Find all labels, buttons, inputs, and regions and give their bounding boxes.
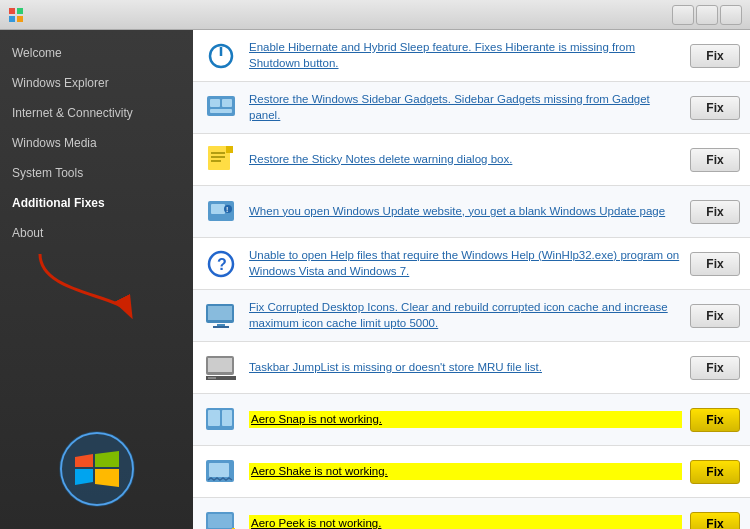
fix-button-1[interactable]: Fix bbox=[690, 96, 740, 120]
fix-item-0: Enable Hibernate and Hybrid Sleep featur… bbox=[193, 30, 750, 82]
title-bar-left bbox=[8, 7, 30, 23]
fix-item-9: Aero Peek is not working.Fix bbox=[193, 498, 750, 529]
svg-rect-32 bbox=[208, 377, 216, 379]
fix-text-9[interactable]: Aero Peek is not working. bbox=[249, 515, 682, 529]
svg-rect-11 bbox=[210, 99, 220, 107]
maximize-button[interactable] bbox=[696, 5, 718, 25]
fix-text-6[interactable]: Taskbar JumpList is missing or doesn't s… bbox=[249, 360, 682, 376]
svg-rect-26 bbox=[208, 306, 232, 320]
svg-rect-15 bbox=[226, 146, 233, 153]
fix-button-2[interactable]: Fix bbox=[690, 148, 740, 172]
sidebar: WelcomeWindows ExplorerInternet & Connec… bbox=[0, 30, 193, 529]
windows-logo bbox=[57, 429, 137, 509]
fix-item-6: Taskbar JumpList is missing or doesn't s… bbox=[193, 342, 750, 394]
fix-icon-update: ! bbox=[203, 194, 239, 230]
window-controls bbox=[672, 5, 742, 25]
fix-text-1[interactable]: Restore the Windows Sidebar Gadgets. Sid… bbox=[249, 92, 682, 123]
content-area: Enable Hibernate and Hybrid Sleep featur… bbox=[193, 30, 750, 529]
fix-text-4[interactable]: Unable to open Help files that require t… bbox=[249, 248, 682, 279]
fix-item-3: !When you open Windows Update website, y… bbox=[193, 186, 750, 238]
svg-rect-13 bbox=[210, 109, 232, 113]
fix-text-0[interactable]: Enable Hibernate and Hybrid Sleep featur… bbox=[249, 40, 682, 71]
svg-text:!: ! bbox=[226, 206, 228, 213]
fix-button-4[interactable]: Fix bbox=[690, 252, 740, 276]
fix-text-5[interactable]: Fix Corrupted Desktop Icons. Clear and r… bbox=[249, 300, 682, 331]
svg-rect-12 bbox=[222, 99, 232, 107]
fix-item-7: Aero Snap is not working.Fix bbox=[193, 394, 750, 446]
fix-icon-sticky bbox=[203, 142, 239, 178]
sidebar-item-windows-explorer[interactable]: Windows Explorer bbox=[0, 68, 193, 98]
fix-icon-power bbox=[203, 38, 239, 74]
sidebar-logo-area bbox=[0, 419, 193, 529]
fix-button-5[interactable]: Fix bbox=[690, 304, 740, 328]
sidebar-item-windows-media[interactable]: Windows Media bbox=[0, 128, 193, 158]
fix-item-8: Aero Shake is not working.Fix bbox=[193, 446, 750, 498]
sidebar-item-system-tools[interactable]: System Tools bbox=[0, 158, 193, 188]
svg-rect-39 bbox=[208, 514, 232, 528]
fix-button-3[interactable]: Fix bbox=[690, 200, 740, 224]
fix-item-5: Fix Corrupted Desktop Icons. Clear and r… bbox=[193, 290, 750, 342]
close-button[interactable] bbox=[720, 5, 742, 25]
fix-icon-help: ? bbox=[203, 246, 239, 282]
svg-rect-0 bbox=[9, 8, 15, 14]
fix-button-6[interactable]: Fix bbox=[690, 356, 740, 380]
svg-rect-3 bbox=[17, 16, 23, 22]
fix-icon-snap bbox=[203, 402, 239, 438]
fix-icon-desktop bbox=[203, 298, 239, 334]
sidebar-item-welcome[interactable]: Welcome bbox=[0, 38, 193, 68]
fix-text-8[interactable]: Aero Shake is not working. bbox=[249, 463, 682, 481]
svg-rect-34 bbox=[208, 410, 220, 426]
svg-rect-20 bbox=[211, 204, 225, 214]
fix-item-1: Restore the Windows Sidebar Gadgets. Sid… bbox=[193, 82, 750, 134]
main-container: WelcomeWindows ExplorerInternet & Connec… bbox=[0, 30, 750, 529]
fix-button-8[interactable]: Fix bbox=[690, 460, 740, 484]
fix-text-7[interactable]: Aero Snap is not working. bbox=[249, 411, 682, 429]
svg-rect-37 bbox=[209, 463, 229, 477]
sidebar-item-additional-fixes[interactable]: Additional Fixes bbox=[0, 188, 193, 218]
fix-button-7[interactable]: Fix bbox=[690, 408, 740, 432]
svg-rect-35 bbox=[222, 410, 232, 426]
fix-item-2: Restore the Sticky Notes delete warning … bbox=[193, 134, 750, 186]
arrow-indicator bbox=[20, 244, 160, 334]
fix-icon-taskbar bbox=[203, 350, 239, 386]
fix-item-4: ?Unable to open Help files that require … bbox=[193, 238, 750, 290]
fix-icon-shake bbox=[203, 454, 239, 490]
svg-rect-2 bbox=[9, 16, 15, 22]
fix-button-0[interactable]: Fix bbox=[690, 44, 740, 68]
fix-icon-peek bbox=[203, 506, 239, 530]
sidebar-item-internet-connectivity[interactable]: Internet & Connectivity bbox=[0, 98, 193, 128]
title-bar bbox=[0, 0, 750, 30]
app-icon bbox=[8, 7, 24, 23]
fix-icon-gadget bbox=[203, 90, 239, 126]
fix-text-2[interactable]: Restore the Sticky Notes delete warning … bbox=[249, 152, 682, 168]
svg-rect-30 bbox=[208, 358, 232, 372]
svg-text:?: ? bbox=[217, 256, 227, 273]
minimize-button[interactable] bbox=[672, 5, 694, 25]
sidebar-nav: WelcomeWindows ExplorerInternet & Connec… bbox=[0, 30, 193, 419]
fix-button-9[interactable]: Fix bbox=[690, 512, 740, 530]
svg-rect-1 bbox=[17, 8, 23, 14]
svg-rect-28 bbox=[213, 326, 229, 328]
fix-text-3[interactable]: When you open Windows Update website, yo… bbox=[249, 204, 682, 220]
